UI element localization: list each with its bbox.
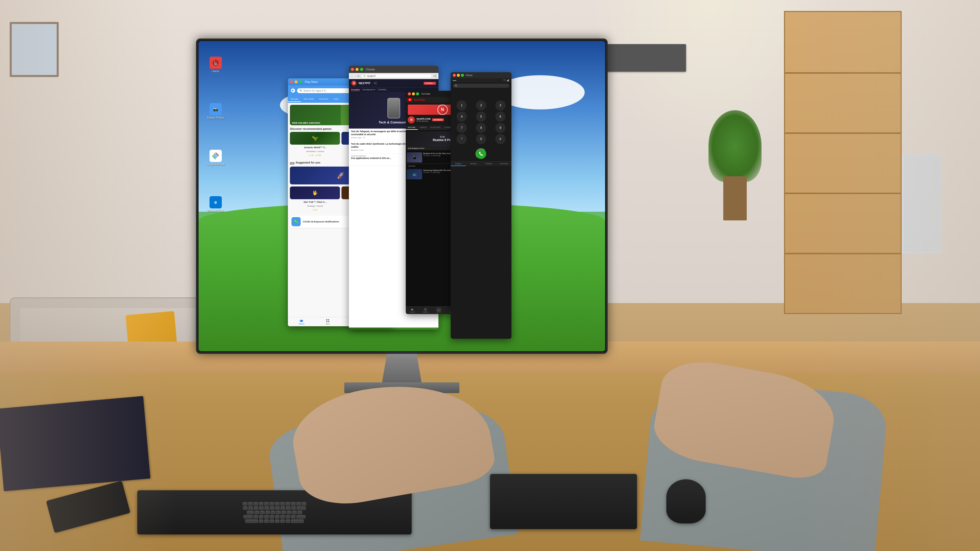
nav-games[interactable]: Games bbox=[299, 319, 304, 325]
key-caps[interactable] bbox=[243, 515, 253, 519]
subscribe-btn[interactable]: ABONNER bbox=[432, 118, 444, 121]
desktop-icon-liberty[interactable]: 🗽 Liberty bbox=[207, 57, 224, 73]
key[interactable] bbox=[276, 511, 281, 514]
back-btn[interactable]: ← bbox=[351, 75, 353, 78]
playstore-max-btn[interactable] bbox=[299, 80, 302, 83]
game-card-startrek[interactable]: 🖖 Star Trek™: Fleet C... Strategy • Casu… bbox=[290, 186, 340, 211]
key[interactable] bbox=[266, 511, 270, 514]
key[interactable] bbox=[259, 502, 263, 506]
phone-search[interactable] bbox=[453, 84, 510, 88]
key[interactable] bbox=[254, 507, 258, 510]
desktop-icon-edge[interactable]: e Microsoft Edge bbox=[207, 196, 224, 212]
nav-smartphone[interactable]: Smartphone ▾ bbox=[363, 89, 375, 91]
key[interactable] bbox=[253, 502, 258, 506]
youtube-close-btn[interactable] bbox=[408, 92, 411, 95]
dialer-key-7[interactable]: 7 bbox=[457, 123, 467, 133]
key[interactable] bbox=[286, 515, 290, 519]
key[interactable] bbox=[253, 515, 258, 519]
phone-tab-contacts[interactable]: Contacts bbox=[481, 162, 496, 166]
key[interactable] bbox=[291, 507, 296, 510]
phone-tab-favourites[interactable]: Favourites bbox=[496, 162, 512, 166]
playstore-close-btn[interactable] bbox=[290, 80, 293, 83]
call-btn[interactable] bbox=[476, 148, 487, 159]
key[interactable] bbox=[287, 511, 291, 514]
key[interactable] bbox=[264, 502, 269, 506]
key[interactable] bbox=[286, 507, 290, 510]
key[interactable] bbox=[269, 502, 274, 506]
youtube-tab-home[interactable]: ACCUEIL bbox=[406, 125, 417, 130]
key[interactable] bbox=[302, 502, 306, 506]
phone-close-btn[interactable] bbox=[453, 74, 456, 77]
youtube-tab-videos[interactable]: VIDÉOS bbox=[418, 125, 428, 130]
key[interactable] bbox=[292, 511, 297, 514]
key[interactable] bbox=[291, 515, 296, 519]
nav-for-you[interactable]: For you bbox=[288, 97, 301, 102]
nav-connect[interactable]: CONNEC... bbox=[378, 89, 388, 91]
nav-top-charts[interactable]: Top charts bbox=[301, 97, 317, 102]
chrome-max-btn[interactable] bbox=[360, 68, 363, 71]
phone-min-btn[interactable] bbox=[457, 74, 460, 77]
numpad[interactable] bbox=[490, 474, 637, 529]
key-backspace[interactable] bbox=[297, 507, 306, 510]
phone-max-btn[interactable] bbox=[461, 74, 464, 77]
key[interactable] bbox=[298, 511, 302, 514]
nav-categories[interactable]: Cate bbox=[331, 97, 341, 102]
key[interactable] bbox=[269, 519, 274, 523]
youtube-max-btn[interactable] bbox=[416, 92, 419, 95]
key[interactable] bbox=[275, 515, 280, 519]
key[interactable] bbox=[264, 507, 269, 510]
key[interactable] bbox=[255, 511, 259, 514]
share-site-icon[interactable] bbox=[374, 82, 377, 85]
youtube-tab-playlists[interactable]: PLAY-LISTS bbox=[428, 125, 442, 130]
key[interactable] bbox=[243, 507, 248, 510]
key[interactable] bbox=[248, 502, 253, 506]
yt-nav-explore[interactable]: Explorer bbox=[423, 308, 428, 313]
forward-btn[interactable]: → bbox=[354, 75, 357, 78]
key-shift-r[interactable] bbox=[291, 519, 304, 523]
key[interactable] bbox=[275, 507, 280, 510]
key[interactable] bbox=[243, 502, 247, 506]
game-card-jurassic[interactable]: 🦖 Jurassic World™ T... Simulation • Casu… bbox=[290, 132, 340, 156]
chrome-close-btn[interactable] bbox=[351, 68, 354, 71]
youtube-min-btn[interactable] bbox=[412, 92, 415, 95]
dialer-key-8[interactable]: 8 bbox=[476, 123, 486, 133]
key[interactable] bbox=[280, 507, 285, 510]
key[interactable] bbox=[271, 511, 275, 514]
playstore-min-btn[interactable] bbox=[294, 80, 298, 83]
nav-apps[interactable]: Apps bbox=[326, 319, 330, 325]
dialer-key-1[interactable]: 1 bbox=[457, 100, 467, 110]
phone-tab-keypad[interactable]: Keypad bbox=[451, 162, 466, 166]
chrome-min-btn[interactable] bbox=[355, 68, 359, 71]
dialer-key-9[interactable]: 9 bbox=[495, 123, 506, 133]
nav-actualites[interactable]: Actualités bbox=[351, 89, 360, 91]
key-shift-l[interactable] bbox=[245, 519, 258, 523]
nav-premium[interactable]: Premium bbox=[317, 97, 331, 102]
dialer-key-5[interactable]: 5 bbox=[476, 111, 486, 122]
dialer-key-2[interactable]: 2 bbox=[476, 100, 486, 110]
key[interactable] bbox=[286, 519, 290, 523]
phone-window[interactable]: Phone ●●● bbox=[451, 72, 512, 339]
key-tab[interactable] bbox=[247, 511, 254, 514]
yt-nav-home[interactable]: Accueil bbox=[410, 308, 415, 313]
key[interactable] bbox=[248, 507, 253, 510]
refresh-btn[interactable]: ↻ bbox=[358, 75, 360, 78]
key[interactable] bbox=[280, 502, 285, 506]
key[interactable] bbox=[270, 507, 274, 510]
key[interactable] bbox=[275, 519, 280, 523]
key[interactable] bbox=[275, 502, 280, 506]
key[interactable] bbox=[264, 515, 269, 519]
desktop-icon-chrome[interactable]: Google Chrome bbox=[207, 150, 224, 166]
url-bar[interactable]: nextpit.fr bbox=[361, 74, 431, 78]
dialer-key-3[interactable]: 3 bbox=[495, 100, 506, 110]
yt-nav-add[interactable]: + bbox=[436, 308, 441, 313]
desktop-icon-photos[interactable]: 📷 Roboto Photos bbox=[207, 103, 224, 119]
mouse[interactable] bbox=[667, 479, 706, 524]
key[interactable] bbox=[282, 511, 286, 514]
dialer-key-4[interactable]: 4 bbox=[457, 111, 467, 122]
key[interactable] bbox=[286, 502, 290, 506]
dialer-key-6[interactable]: 6 bbox=[495, 111, 506, 122]
key[interactable] bbox=[259, 507, 264, 510]
key[interactable] bbox=[264, 519, 269, 523]
dialer-key-star[interactable]: * bbox=[457, 134, 467, 144]
share-icon[interactable] bbox=[433, 75, 436, 78]
